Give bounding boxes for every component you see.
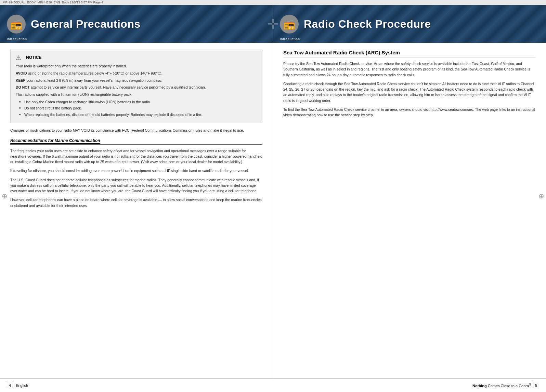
footer-right: Nothing Comes Close to a Cobra® 5: [472, 383, 539, 388]
bullet-1: Use only the Cobra charger to recharge l…: [19, 100, 257, 105]
rec-para-2: If traveling far offshore, you should co…: [10, 168, 262, 173]
bullet-2: Do not short circuit the battery pack.: [19, 106, 257, 111]
recommendations-section: Recommendations for Marine Communication…: [10, 138, 262, 208]
bullet-3: When replacing the batteries, dispose of…: [19, 112, 257, 117]
right-page: Sea Tow Automated Radio Check (ARC) Syst…: [273, 43, 546, 378]
right-header-icon: [280, 15, 299, 34]
notice-bullets: Use only the Cobra charger to recharge l…: [19, 100, 257, 117]
filename-label: MRHH450DUAL_BODY_MRHH330_ENG_Body 12/5/1…: [3, 1, 103, 4]
arc-para-3: To find the Sea Tow Automated Radio Chec…: [283, 107, 536, 118]
warning-triangle-icon: [16, 54, 23, 61]
avoid-text: using or storing the radio at temperatur…: [27, 71, 162, 75]
notice-line1: Your radio is waterproof only when the b…: [16, 64, 257, 69]
notice-keep: KEEP your radio at least 3 ft (0.9 m) aw…: [16, 78, 257, 83]
header-left: General Precautions Introduction: [0, 5, 273, 43]
rec-para-1: The frequencies your radio uses are set …: [10, 148, 262, 165]
notice-header: NOTICE: [16, 54, 257, 61]
notice-avoid: AVOID using or storing the radio at temp…: [16, 71, 257, 76]
keep-text: your radio at least 3 ft (0.9 m) away fr…: [26, 78, 162, 82]
right-header-title: Radio Check Procedure: [304, 18, 431, 30]
page-num-left: 4: [7, 383, 13, 388]
left-page: NOTICE Your radio is waterproof only whe…: [0, 43, 273, 378]
left-header-title: General Precautions: [31, 18, 141, 30]
header-right: Radio Check Procedure Introduction: [273, 5, 546, 43]
lang-label: English: [16, 383, 28, 388]
arc-para-1: Please try the Sea Tow Automated Radio C…: [283, 61, 536, 78]
rec-para-3: The U.S. Coast Guard does not endorse ce…: [10, 177, 262, 194]
tagline-rest: Comes Close to a Cobra: [487, 384, 529, 388]
recommendations-heading: Recommendations for Marine Communication: [10, 138, 262, 145]
avoid-label: AVOID: [16, 71, 27, 75]
left-intro-label: Introduction: [7, 37, 27, 41]
arc-para-2: Conducting a radio check through the Sea…: [283, 81, 536, 103]
donot-label: DO NOT: [16, 85, 30, 89]
keep-label: KEEP: [16, 78, 26, 82]
notice-title: NOTICE: [26, 55, 41, 60]
donot-text: attempt to service any internal parts yo…: [30, 85, 206, 89]
tagline: Nothing Comes Close to a Cobra®: [472, 383, 531, 388]
top-header: General Precautions Introduction ✛ Radio…: [0, 5, 546, 43]
registered-mark: ®: [529, 383, 531, 386]
page-container: MRHH450DUAL_BODY_MRHH330_ENG_Body 12/5/1…: [0, 0, 546, 392]
file-bar: MRHH450DUAL_BODY_MRHH330_ENG_Body 12/5/1…: [0, 0, 546, 5]
footer: 4 English Nothing Comes Close to a Cobra…: [0, 378, 546, 392]
notice-donot: DO NOT attempt to service any internal p…: [16, 85, 257, 90]
page-num-right: 5: [533, 383, 539, 388]
arc-heading: Sea Tow Automated Radio Check (ARC) Syst…: [283, 50, 536, 57]
notice-section: NOTICE Your radio is waterproof only whe…: [10, 50, 262, 123]
notice-lithium: This radio is supplied with a lithium-io…: [16, 92, 257, 97]
tagline-bold: Nothing: [472, 384, 487, 388]
fcc-text: Changes or modifications to your radio M…: [10, 128, 262, 133]
footer-left: 4 English: [7, 383, 28, 388]
left-header-icon: [7, 15, 26, 34]
main-content: ⊕ NOTICE Your radio is waterproof only w…: [0, 43, 546, 378]
right-nav-arrow[interactable]: ⊕: [538, 192, 544, 200]
right-intro-label: Introduction: [280, 37, 300, 41]
rec-para-4: However, cellular telephones can have a …: [10, 197, 262, 208]
